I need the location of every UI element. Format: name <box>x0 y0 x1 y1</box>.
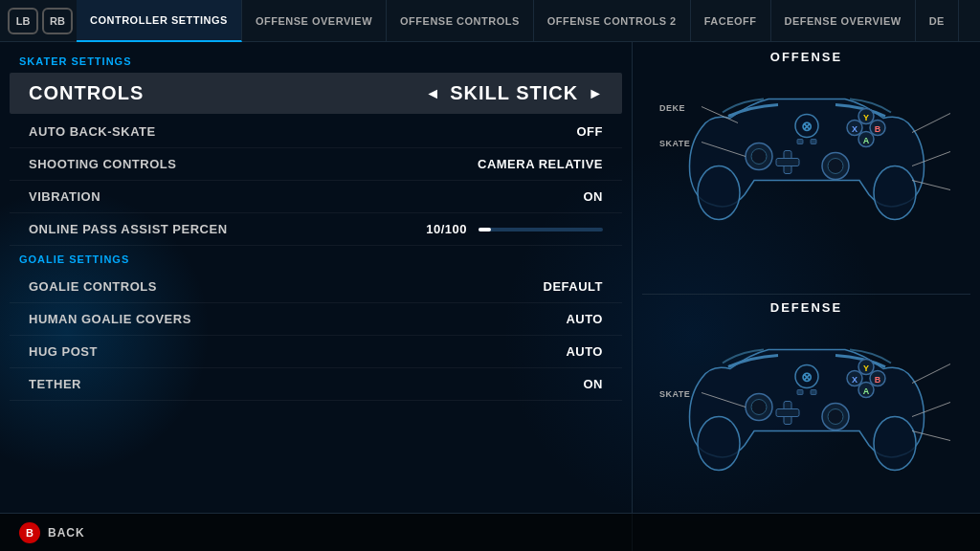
back-button[interactable]: B BACK <box>19 522 85 543</box>
arrow-right-icon[interactable]: ► <box>588 85 603 102</box>
svg-point-28 <box>874 416 916 470</box>
vibration-row[interactable]: VIBRATION ON <box>10 181 622 213</box>
svg-text:⊗: ⊗ <box>801 119 813 134</box>
svg-rect-46 <box>811 389 816 394</box>
svg-text:DEKE: DEKE <box>659 103 685 113</box>
shooting-controls-label: SHOOTING CONTROLS <box>29 157 478 171</box>
defense-title: DEFENSE <box>770 300 842 315</box>
goalie-controls-value: DEFAULT <box>544 279 603 294</box>
svg-text:B: B <box>874 124 880 134</box>
pass-assist-row[interactable]: ONLINE PASS ASSIST PERCEN 10/100 <box>10 213 622 246</box>
svg-rect-19 <box>811 140 816 144</box>
shooting-controls-row[interactable]: SHOOTING CONTROLS CAMERA RELATIVE <box>10 148 622 181</box>
skater-settings-label: SKATER SETTINGS <box>0 52 632 73</box>
svg-text:B: B <box>874 374 880 384</box>
human-goalie-covers-label: HUMAN GOALIE COVERS <box>29 312 566 326</box>
tab-faceoff[interactable]: FACEOFF <box>691 0 771 42</box>
goalie-controls-label: GOALIE CONTROLS <box>29 279 544 294</box>
svg-point-0 <box>698 166 740 220</box>
vibration-value: ON <box>584 189 604 204</box>
back-label: BACK <box>48 526 85 540</box>
svg-text:SKATE: SKATE <box>659 388 690 398</box>
tether-label: TETHER <box>29 377 584 391</box>
tether-row[interactable]: TETHER ON <box>10 368 622 401</box>
svg-point-27 <box>698 416 740 470</box>
tab-offense-controls-2[interactable]: OFFENSE CONTROLS 2 <box>534 0 691 42</box>
controls-value: SKILL STICK <box>450 82 578 104</box>
svg-text:SKATE: SKATE <box>659 139 690 148</box>
svg-text:⊗: ⊗ <box>801 368 813 384</box>
shooting-controls-value: CAMERA RELATIVE <box>478 157 603 171</box>
defense-controller-svg: ⊗ A B X Y <box>654 319 960 491</box>
tab-offense-overview[interactable]: OFFENSE OVERVIEW <box>242 0 387 42</box>
tab-controller-settings[interactable]: CONTROLLER SETTINGS <box>77 0 242 42</box>
hug-post-row[interactable]: HUG POST AUTO <box>10 336 622 368</box>
left-panel: SKATER SETTINGS CONTROLS ◄ SKILL STICK ►… <box>0 42 632 551</box>
pass-assist-slider-track[interactable] <box>479 228 603 231</box>
right-panel: OFFENSE <box>632 42 980 551</box>
svg-point-5 <box>751 149 767 165</box>
vibration-label: VIBRATION <box>29 189 584 204</box>
svg-line-49 <box>912 364 950 383</box>
pass-assist-slider-fill <box>479 228 491 231</box>
offense-controller-svg: ⊗ A B X <box>654 68 960 240</box>
hug-post-label: HUG POST <box>29 344 566 359</box>
controls-label: CONTROLS <box>29 82 425 104</box>
auto-back-skate-value: OFF <box>577 124 604 139</box>
svg-text:X: X <box>851 374 857 384</box>
svg-text:X: X <box>851 124 857 134</box>
defense-controller-diagram: ⊗ A B X Y <box>654 319 960 491</box>
svg-text:Y: Y <box>862 363 868 372</box>
svg-rect-36 <box>776 408 799 416</box>
offense-controller-section: OFFENSE <box>642 50 970 294</box>
top-nav: LB RB CONTROLLER SETTINGS OFFENSE OVERVI… <box>0 0 980 42</box>
svg-rect-9 <box>776 159 799 166</box>
lb-bumper[interactable]: LB <box>8 8 38 34</box>
defense-controller-section: DEFENSE ⊗ <box>642 294 970 544</box>
offense-controller-diagram: ⊗ A B X <box>654 68 960 240</box>
tab-offense-controls[interactable]: OFFENSE CONTROLS <box>387 0 534 42</box>
goalie-controls-row[interactable]: GOALIE CONTROLS DEFAULT <box>10 271 622 303</box>
svg-rect-18 <box>797 140 803 144</box>
tab-de[interactable]: DE <box>916 0 959 42</box>
svg-rect-45 <box>797 389 803 394</box>
svg-point-32 <box>751 399 767 414</box>
offense-title: OFFENSE <box>770 50 842 64</box>
svg-text:A: A <box>862 136 869 145</box>
human-goalie-covers-value: AUTO <box>566 312 603 326</box>
human-goalie-covers-row[interactable]: HUMAN GOALIE COVERS AUTO <box>10 303 622 336</box>
svg-text:A: A <box>862 386 869 395</box>
controls-row[interactable]: CONTROLS ◄ SKILL STICK ► <box>10 73 622 114</box>
b-button-icon: B <box>19 522 40 543</box>
auto-back-skate-label: AUTO BACK-SKATE <box>29 124 577 139</box>
main-content: SKATER SETTINGS CONTROLS ◄ SKILL STICK ►… <box>0 42 980 551</box>
hug-post-value: AUTO <box>566 344 603 359</box>
tab-defense-overview[interactable]: DEFENSE OVERVIEW <box>771 0 916 42</box>
pass-assist-label: ONLINE PASS ASSIST PERCEN <box>29 222 426 236</box>
goalie-settings-label: GOALIE SETTINGS <box>0 246 632 271</box>
auto-back-skate-row[interactable]: AUTO BACK-SKATE OFF <box>10 116 622 148</box>
svg-point-34 <box>828 408 843 424</box>
svg-text:Y: Y <box>862 113 868 122</box>
controls-arrows[interactable]: ◄ SKILL STICK ► <box>425 82 603 104</box>
bottom-bar: B BACK <box>0 513 980 551</box>
rb-bumper[interactable]: RB <box>42 8 73 34</box>
arrow-left-icon[interactable]: ◄ <box>425 85 440 102</box>
svg-point-7 <box>828 159 843 174</box>
svg-point-1 <box>874 166 916 220</box>
svg-line-24 <box>912 114 950 133</box>
tether-value: ON <box>584 377 604 391</box>
pass-assist-value: 10/100 <box>426 222 603 236</box>
